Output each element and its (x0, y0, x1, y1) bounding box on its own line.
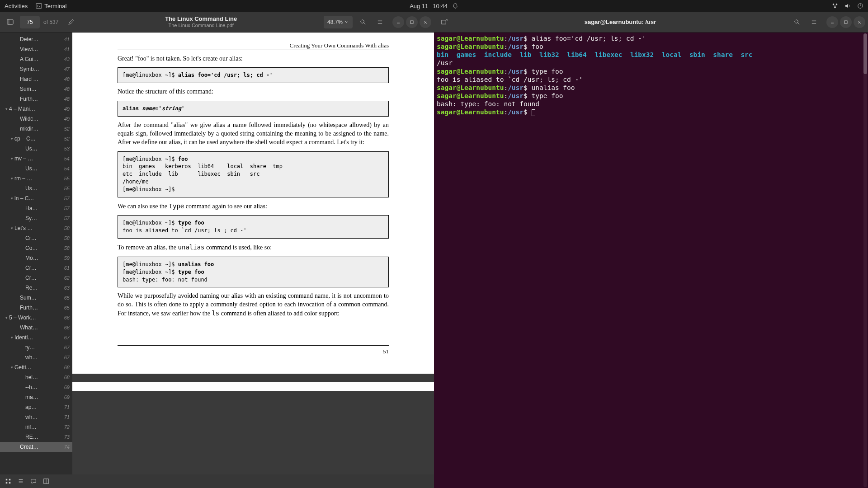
outline-item[interactable]: Deter…41 (0, 34, 72, 44)
outline-label: Cr… (25, 275, 62, 281)
disclosure-triangle[interactable]: ▾ (9, 335, 14, 340)
outline-item[interactable]: wh…71 (0, 412, 72, 422)
outline-page: 68 (64, 375, 70, 380)
outline-item[interactable]: Cr…61 (0, 263, 72, 273)
disclosure-triangle[interactable]: ▾ (9, 226, 14, 230)
outline-label: wh… (25, 354, 62, 361)
outline-page: 68 (64, 365, 70, 370)
outline-item[interactable]: Ha…57 (0, 203, 72, 213)
outline-label: mkdir… (20, 126, 62, 132)
disclosure-triangle[interactable]: ▾ (9, 196, 14, 201)
outline-item[interactable]: Wildc…49 (0, 114, 72, 124)
outline-label: Furth… (20, 305, 62, 311)
disclosure-triangle[interactable]: ▾ (9, 156, 14, 161)
outline-item[interactable]: ▾5 – Work…66 (0, 313, 72, 323)
terminal-menu-button[interactable] (807, 15, 821, 29)
search-button[interactable] (355, 15, 370, 29)
page-viewport[interactable]: Creating Your Own Commands With alias Gr… (72, 33, 434, 474)
outline-item[interactable]: Hard …48 (0, 74, 72, 84)
maximize-button[interactable] (840, 16, 852, 28)
maximize-button[interactable] (406, 16, 418, 28)
page-number-input[interactable] (20, 16, 40, 28)
disclosure-triangle[interactable]: ▾ (4, 315, 9, 320)
outline-item[interactable]: --h…69 (0, 382, 72, 392)
network-icon[interactable] (832, 3, 838, 9)
outline-item[interactable]: Us…54 (0, 164, 72, 174)
outline-item[interactable]: A Gui…43 (0, 54, 72, 64)
outline-item[interactable]: ▾Identi…67 (0, 333, 72, 343)
sidebar-toggle-button[interactable] (3, 15, 17, 29)
outline-item[interactable]: ▾4 – Mani…49 (0, 104, 72, 114)
outline-item[interactable]: Sy…57 (0, 213, 72, 223)
terminal-body[interactable]: sagar@Learnubuntu:/usr$ alias foo='cd /u… (434, 33, 868, 488)
disclosure-triangle[interactable]: ▾ (4, 107, 9, 111)
outline-sidebar[interactable]: Deter…41Viewi…41A Gui…43Symb…47Hard …48S… (0, 33, 72, 474)
outline-item[interactable]: ap…71 (0, 402, 72, 412)
outline-item[interactable]: Us…55 (0, 183, 72, 193)
outline-item[interactable]: Furth…65 (0, 303, 72, 313)
outline-item[interactable]: Furth…48 (0, 94, 72, 104)
outline-item[interactable]: Viewi…41 (0, 44, 72, 54)
new-tab-icon (441, 19, 448, 25)
outline-item[interactable]: ▾ln – C…57 (0, 193, 72, 203)
activities-button[interactable]: Activities (5, 3, 28, 9)
outline-item[interactable]: hel…68 (0, 372, 72, 382)
outline-item[interactable]: Cr…58 (0, 233, 72, 243)
outline-item[interactable]: mkdir…52 (0, 124, 72, 134)
annotate-button[interactable] (64, 15, 78, 29)
outline-item[interactable]: Sum…65 (0, 293, 72, 303)
datetime[interactable]: Aug 11 10:44 (410, 3, 458, 9)
outline-item[interactable]: Mo…59 (0, 253, 72, 263)
disclosure-triangle[interactable]: ▾ (9, 136, 14, 141)
scrollbar[interactable] (863, 33, 867, 487)
scrollbar-thumb[interactable] (863, 33, 867, 74)
outline-page: 48 (64, 86, 70, 92)
outline-item[interactable]: inf…72 (0, 422, 72, 432)
annotations-button[interactable] (28, 476, 39, 487)
outline-button[interactable] (15, 476, 26, 487)
outline-item[interactable]: Symb…47 (0, 64, 72, 74)
minimize-button[interactable] (826, 16, 838, 28)
disclosure-triangle[interactable]: ▾ (9, 365, 14, 370)
outline-page: 65 (64, 295, 70, 300)
terminal-headerbar: sagar@Learnubuntu: /usr (434, 12, 868, 33)
outline-item[interactable]: Re…63 (0, 283, 72, 293)
outline-page: 57 (64, 196, 70, 201)
outline-label: ap… (25, 404, 62, 410)
outline-item[interactable]: ▾rm – …55 (0, 174, 72, 183)
outline-item[interactable]: Creat…74 (0, 442, 72, 452)
close-button[interactable] (854, 16, 865, 28)
outline-item[interactable]: ▾Getti…68 (0, 362, 72, 372)
outline-item[interactable]: ty…67 (0, 343, 72, 352)
outline-item[interactable]: Sum…48 (0, 84, 72, 94)
outline-item[interactable]: wh…67 (0, 352, 72, 362)
page-number: 51 (118, 347, 389, 356)
outline-item[interactable]: ▾mv – …54 (0, 154, 72, 164)
outline-page: 58 (64, 235, 70, 241)
app-menu[interactable]: Terminal (36, 3, 66, 9)
outline-item[interactable]: Co…58 (0, 243, 72, 253)
outline-item[interactable]: Cr…62 (0, 273, 72, 283)
outline-item[interactable]: What…66 (0, 323, 72, 333)
minimize-button[interactable] (392, 16, 404, 28)
zoom-dropdown[interactable]: 48.7% (324, 16, 353, 28)
outline-label: Furth… (20, 96, 62, 102)
close-button[interactable] (420, 16, 431, 28)
outline-page: 41 (64, 47, 70, 52)
bookmarks-button[interactable] (41, 476, 52, 487)
new-tab-button[interactable] (437, 15, 451, 29)
outline-item[interactable]: ▾Let's …58 (0, 223, 72, 233)
thumbnails-button[interactable] (3, 476, 14, 487)
outline-item[interactable]: Us…53 (0, 144, 72, 154)
volume-icon[interactable] (844, 3, 851, 9)
terminal-search-button[interactable] (789, 15, 804, 29)
menu-button[interactable] (373, 15, 387, 29)
disclosure-triangle[interactable]: ▾ (9, 176, 14, 181)
outline-page: 71 (64, 414, 70, 420)
power-icon[interactable] (857, 3, 863, 9)
outline-item[interactable]: ▾cp – C…52 (0, 134, 72, 144)
outline-page: 67 (64, 355, 70, 360)
outline-item[interactable]: RE…73 (0, 432, 72, 442)
outline-label: --h… (25, 384, 62, 390)
outline-item[interactable]: ma…69 (0, 392, 72, 402)
